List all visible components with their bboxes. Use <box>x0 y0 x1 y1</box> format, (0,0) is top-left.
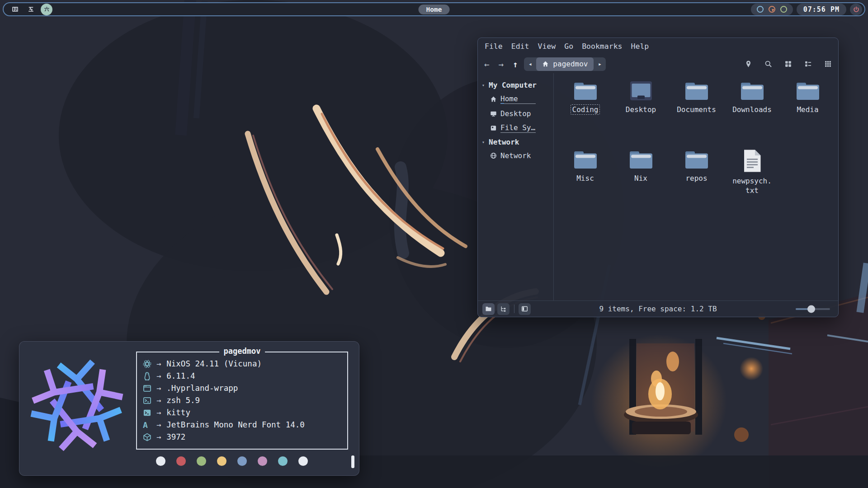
status-indicators[interactable] <box>751 4 793 15</box>
back-button[interactable]: ← <box>484 59 489 69</box>
places-sidebar: ▾ My Computer Home Desktop File Sy… ▾ Ne… <box>478 73 553 300</box>
workspace-four[interactable] <box>9 4 21 15</box>
palette-dot <box>197 456 206 466</box>
file-label: repos <box>684 173 709 183</box>
path-scroll-left[interactable]: ◂ <box>524 61 536 67</box>
tree-icon <box>500 305 507 312</box>
folder-icon <box>740 80 765 101</box>
terminal-window[interactable]: pagedmov → NixOS 24.11 (Vicuna) → 6.11.4… <box>19 341 359 476</box>
zoom-slider[interactable] <box>796 308 830 310</box>
list-view-icon[interactable] <box>804 60 812 68</box>
menu-go[interactable]: Go <box>564 42 573 51</box>
section-label: My Computer <box>489 81 537 89</box>
file-item-newpsych-txt[interactable]: newpsych.txt <box>724 149 780 218</box>
font-icon: A <box>143 420 155 430</box>
fetch-row-kernel: → 6.11.4 <box>143 370 343 382</box>
fetch-terminal-value: kitty <box>166 408 190 417</box>
file-manager-window: File Edit View Go Bookmarks Help ← → ↑ ◂… <box>477 38 839 317</box>
up-button[interactable]: ↑ <box>513 59 518 69</box>
file-label: Misc <box>575 173 596 183</box>
file-item-coding[interactable]: Coding <box>557 80 613 149</box>
search-icon[interactable] <box>764 60 772 68</box>
active-window-title: Home <box>419 5 450 14</box>
menu-view[interactable]: View <box>538 42 556 51</box>
sidebar-item-label: Desktop <box>500 109 531 118</box>
sidebar-item-home[interactable]: Home <box>478 92 553 107</box>
arrow-icon: → <box>156 371 161 380</box>
file-label: Documents <box>675 104 718 115</box>
workspace-five[interactable] <box>25 4 37 15</box>
file-item-downloads[interactable]: Downloads <box>724 80 780 149</box>
sidebar-item-label: File Sy… <box>500 123 536 133</box>
file-item-misc[interactable]: Misc <box>557 149 613 218</box>
status-bar: 9 items, Free space: 1.2 TB <box>478 300 838 317</box>
home-icon <box>542 61 549 67</box>
path-segment-home[interactable]: pagedmov <box>536 57 594 71</box>
file-grid: Coding Desktop Documents Downloads Media… <box>554 73 838 300</box>
file-item-media[interactable]: Media <box>780 80 835 149</box>
fetch-shell-value: zsh 5.9 <box>166 396 200 405</box>
zoom-slider-knob[interactable] <box>807 305 815 313</box>
file-label: Downloads <box>731 104 774 115</box>
top-bar-right: 07:56 PM <box>751 4 862 15</box>
kanji-six-icon <box>43 6 50 13</box>
power-icon <box>853 6 859 13</box>
icon-view-icon[interactable] <box>784 60 792 68</box>
kanji-four-icon <box>12 6 19 13</box>
fetch-row-packages: → 3972 <box>143 431 343 443</box>
chevron-down-icon: ▾ <box>482 140 485 145</box>
shell-icon <box>143 396 155 405</box>
path-scroll-right[interactable]: ▸ <box>594 61 606 67</box>
file-item-nix[interactable]: Nix <box>613 149 669 218</box>
file-label: Media <box>795 104 820 115</box>
status-circle-orange <box>769 6 775 13</box>
folder-icon <box>684 149 709 170</box>
palette-dot <box>237 456 247 466</box>
sidebar-item-filesystem[interactable]: File Sy… <box>478 121 553 136</box>
fetch-kernel-value: 6.11.4 <box>166 371 195 380</box>
sidebar-section-network[interactable]: ▾ Network <box>478 136 553 149</box>
kanji-five-icon <box>28 6 34 13</box>
menu-edit[interactable]: Edit <box>511 42 529 51</box>
globe-icon <box>490 152 497 159</box>
file-item-repos[interactable]: repos <box>669 149 724 218</box>
compact-view-icon[interactable] <box>824 60 832 68</box>
file-label: newpsych.txt <box>729 176 775 196</box>
palette-dot <box>176 456 186 466</box>
palette-dot <box>298 456 308 466</box>
wm-icon <box>143 384 155 393</box>
fetch-row-wm: → .Hyprland-wrapp <box>143 382 343 394</box>
text-file-icon <box>742 149 763 173</box>
file-manager-body: ▾ My Computer Home Desktop File Sy… ▾ Ne… <box>478 73 838 300</box>
file-item-desktop[interactable]: Desktop <box>613 80 669 149</box>
top-bar: Home 07:56 PM <box>3 2 865 16</box>
file-label: Desktop <box>624 104 658 115</box>
sidebar-item-network[interactable]: Network <box>478 149 553 163</box>
package-icon <box>143 433 155 441</box>
linux-icon <box>143 372 155 380</box>
file-item-documents[interactable]: Documents <box>669 80 724 149</box>
nixos-logo <box>29 358 124 453</box>
tree-pane-toggle[interactable] <box>497 303 509 315</box>
location-pin-icon[interactable] <box>745 60 752 68</box>
power-button[interactable] <box>850 4 862 15</box>
arrow-icon: → <box>156 384 161 393</box>
file-label: Nix <box>632 173 649 183</box>
sidebar-section-my-computer[interactable]: ▾ My Computer <box>478 79 553 92</box>
fetch-os-value: NixOS 24.11 (Vicuna) <box>166 359 262 368</box>
arrow-icon: → <box>156 420 161 429</box>
fetch-row-font: A → JetBrains Mono Nerd Font 14.0 <box>143 419 343 431</box>
workspace-switcher <box>9 4 52 15</box>
places-pane-toggle[interactable] <box>482 303 495 315</box>
fetch-row-shell: → zsh 5.9 <box>143 394 343 407</box>
fetch-hostname: pagedmov <box>219 347 265 356</box>
menu-help[interactable]: Help <box>631 42 649 51</box>
side-panel-toggle[interactable] <box>519 303 531 315</box>
status-circle-green <box>780 6 787 13</box>
sidebar-item-desktop[interactable]: Desktop <box>478 107 553 121</box>
forward-button[interactable]: → <box>498 59 503 69</box>
workspace-six-active[interactable] <box>41 4 52 15</box>
menu-file[interactable]: File <box>485 42 503 51</box>
folder-icon <box>628 149 654 170</box>
menu-bookmarks[interactable]: Bookmarks <box>582 42 622 51</box>
